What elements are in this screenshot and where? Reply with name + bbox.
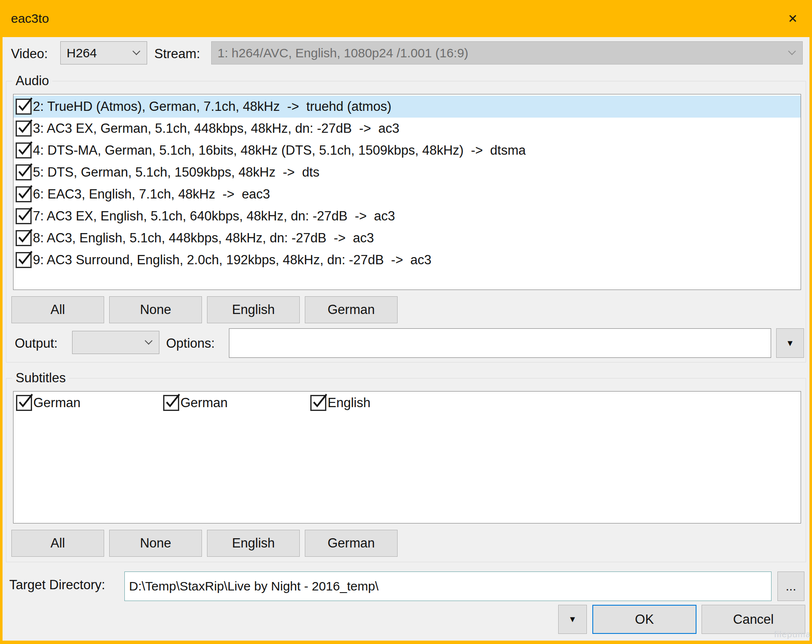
- audio-track-row[interactable]: 2: TrueHD (Atmos), German, 7.1ch, 48kHz …: [13, 96, 801, 118]
- window-title: eac3to: [11, 11, 49, 26]
- audio-select-all-button[interactable]: All: [11, 296, 104, 323]
- audio-track-text: 5: DTS, German, 5.1ch, 1509kbps, 48kHz -…: [33, 165, 320, 180]
- target-directory-input[interactable]: [124, 572, 772, 601]
- video-label: Video:: [11, 46, 48, 62]
- audio-track-text: 9: AC3 Surround, English, 2.0ch, 192kbps…: [33, 252, 431, 268]
- watermark: filepuma: [774, 629, 811, 639]
- close-icon[interactable]: ✕: [788, 12, 798, 26]
- track-checkbox[interactable]: [16, 252, 32, 268]
- audio-track-row[interactable]: 3: AC3 EX, German, 5.1ch, 448kbps, 48kHz…: [13, 118, 801, 140]
- track-checkbox[interactable]: [16, 164, 32, 180]
- audio-select-german-button[interactable]: German: [305, 296, 398, 323]
- video-select[interactable]: H264: [60, 41, 147, 64]
- audio-track-row[interactable]: 9: AC3 Surround, English, 2.0ch, 192kbps…: [13, 249, 801, 271]
- track-checkbox[interactable]: [16, 395, 32, 411]
- audio-track-list[interactable]: 2: TrueHD (Atmos), German, 7.1ch, 48kHz …: [13, 94, 801, 290]
- audio-track-row[interactable]: 4: DTS-MA, German, 5.1ch, 16bits, 48kHz …: [13, 140, 801, 161]
- subtitle-track-item[interactable]: German: [16, 395, 81, 411]
- track-checkbox[interactable]: [16, 186, 32, 202]
- subtitle-track-item[interactable]: English: [310, 395, 371, 411]
- check-icon: [16, 97, 33, 114]
- command-dropdown-button[interactable]: ▼: [558, 605, 587, 634]
- track-checkbox[interactable]: [16, 208, 32, 224]
- options-presets-button[interactable]: ▼: [776, 328, 804, 358]
- audio-group: Audio 2: TrueHD (Atmos), German, 7.1ch, …: [6, 81, 806, 362]
- subtitle-track-label: English: [328, 395, 371, 411]
- video-select-value: H264: [67, 46, 97, 60]
- check-icon: [16, 140, 33, 158]
- audio-track-row[interactable]: 7: AC3 EX, English, 5.1ch, 640kbps, 48kH…: [13, 205, 801, 227]
- check-icon: [16, 184, 33, 202]
- stream-select-value: 1: h264/AVC, English, 1080p24 /1.001 (16…: [218, 46, 468, 60]
- subtitle-track-label: German: [180, 395, 228, 411]
- track-checkbox[interactable]: [16, 230, 32, 246]
- audio-track-row[interactable]: 5: DTS, German, 5.1ch, 1509kbps, 48kHz -…: [13, 161, 801, 183]
- dropdown-arrow-icon: ▼: [786, 338, 794, 348]
- check-icon: [16, 228, 33, 246]
- check-icon: [310, 393, 328, 411]
- browse-button[interactable]: ...: [777, 572, 804, 601]
- output-select[interactable]: [72, 331, 159, 354]
- subtitle-select-none-button[interactable]: None: [109, 530, 202, 557]
- audio-track-row[interactable]: 8: AC3, English, 5.1ch, 448kbps, 48kHz, …: [13, 227, 801, 249]
- options-input[interactable]: [229, 328, 771, 358]
- audio-track-text: 2: TrueHD (Atmos), German, 7.1ch, 48kHz …: [33, 99, 391, 114]
- subtitle-track-label: German: [33, 395, 81, 411]
- audio-select-english-button[interactable]: English: [207, 296, 300, 323]
- audio-track-text: 7: AC3 EX, English, 5.1ch, 640kbps, 48kH…: [33, 209, 395, 224]
- check-icon: [16, 206, 33, 224]
- audio-track-text: 8: AC3, English, 5.1ch, 448kbps, 48kHz, …: [33, 231, 374, 246]
- subtitle-track-item[interactable]: German: [163, 395, 228, 411]
- subtitle-select-german-button[interactable]: German: [305, 530, 398, 557]
- audio-track-text: 4: DTS-MA, German, 5.1ch, 16bits, 48kHz …: [33, 143, 526, 158]
- audio-track-text: 6: EAC3, English, 7.1ch, 48kHz -> eac3: [33, 187, 270, 202]
- subtitles-group: Subtitles German German English All None…: [6, 378, 806, 562]
- titlebar: eac3to ✕: [0, 0, 812, 37]
- stream-label: Stream:: [154, 46, 200, 62]
- chevron-down-icon: [788, 47, 796, 55]
- track-checkbox[interactable]: [16, 142, 32, 158]
- check-icon: [16, 393, 34, 411]
- subtitle-select-english-button[interactable]: English: [207, 530, 300, 557]
- chevron-down-icon: [132, 47, 140, 55]
- audio-group-label: Audio: [12, 73, 52, 89]
- dropdown-arrow-icon: ▼: [568, 614, 577, 624]
- track-checkbox[interactable]: [310, 395, 326, 411]
- dialog-body: Video: H264 Stream: 1: h264/AVC, English…: [3, 37, 809, 641]
- stream-select: 1: h264/AVC, English, 1080p24 /1.001 (16…: [211, 41, 803, 64]
- check-icon: [163, 393, 181, 411]
- subtitles-group-label: Subtitles: [12, 370, 69, 386]
- audio-track-row[interactable]: 6: EAC3, English, 7.1ch, 48kHz -> eac3: [13, 183, 801, 205]
- eac3to-dialog: eac3to ✕ Video: H264 Stream: 1: h264/AVC…: [0, 0, 812, 644]
- chevron-down-icon: [145, 337, 152, 344]
- output-label: Output:: [15, 336, 58, 351]
- options-label: Options:: [166, 336, 215, 351]
- track-checkbox[interactable]: [16, 99, 32, 115]
- check-icon: [16, 250, 33, 268]
- audio-select-none-button[interactable]: None: [109, 296, 202, 323]
- subtitle-select-all-button[interactable]: All: [11, 530, 104, 557]
- ok-button[interactable]: OK: [592, 605, 696, 634]
- check-icon: [16, 118, 33, 136]
- subtitle-track-panel: German German English: [13, 391, 801, 523]
- audio-track-text: 3: AC3 EX, German, 5.1ch, 448kbps, 48kHz…: [33, 121, 399, 136]
- track-checkbox[interactable]: [163, 395, 179, 411]
- check-icon: [16, 162, 33, 180]
- target-directory-label: Target Directory:: [9, 577, 105, 593]
- track-checkbox[interactable]: [16, 121, 32, 137]
